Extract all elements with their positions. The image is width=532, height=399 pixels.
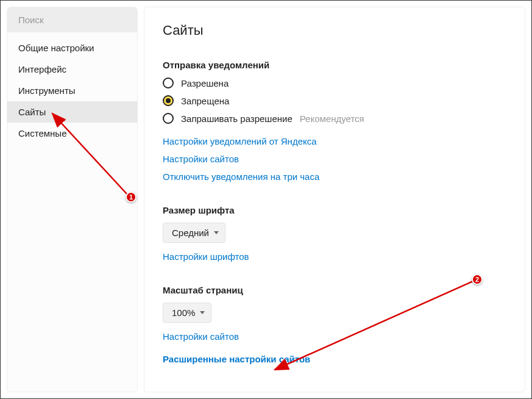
radio-ask[interactable]: Запрашивать разрешение Рекомендуется xyxy=(163,113,506,124)
radio-allowed[interactable]: Разрешена xyxy=(163,77,506,88)
sidebar-item-general[interactable]: Общие настройки xyxy=(7,37,137,59)
zoom-section: Масштаб страниц 100% Настройки сайтов xyxy=(163,285,506,342)
radio-icon xyxy=(163,77,174,88)
zoom-heading: Масштаб страниц xyxy=(163,285,506,295)
main-panel: Сайты Отправка уведомлений Разрешена Зап… xyxy=(144,7,525,392)
chevron-down-icon xyxy=(200,311,205,314)
page-title: Сайты xyxy=(163,23,506,38)
radio-label: Запрещена xyxy=(181,96,229,106)
sidebar-item-tools[interactable]: Инструменты xyxy=(7,80,137,101)
radio-blocked[interactable]: Запрещена xyxy=(163,95,506,106)
link-zoom-site-settings[interactable]: Настройки сайтов xyxy=(163,331,239,342)
sidebar: Поиск Общие настройки Интерфейс Инструме… xyxy=(7,7,138,392)
font-section: Размер шрифта Средний Настройки шрифтов xyxy=(163,205,506,262)
radio-label: Запрашивать разрешение xyxy=(181,113,293,124)
radio-icon xyxy=(163,95,174,106)
link-yandex-notifications[interactable]: Настройки уведомлений от Яндекса xyxy=(163,136,317,146)
radio-hint: Рекомендуется xyxy=(300,113,364,124)
dropdown-value: Средний xyxy=(172,228,209,238)
font-size-dropdown[interactable]: Средний xyxy=(163,223,225,243)
link-site-settings[interactable]: Настройки сайтов xyxy=(163,154,239,164)
link-font-settings[interactable]: Настройки шрифтов xyxy=(163,251,249,262)
notifications-section: Отправка уведомлений Разрешена Запрещена… xyxy=(163,60,506,182)
notifications-heading: Отправка уведомлений xyxy=(163,60,506,70)
search-input[interactable]: Поиск xyxy=(7,7,137,32)
font-heading: Размер шрифта xyxy=(163,205,506,215)
zoom-dropdown[interactable]: 100% xyxy=(163,303,211,323)
sidebar-item-sites[interactable]: Сайты xyxy=(7,101,137,123)
radio-icon xyxy=(163,113,174,124)
radio-label: Разрешена xyxy=(181,78,229,88)
annotation-marker-1: 1 xyxy=(126,192,137,203)
link-advanced-site-settings[interactable]: Расширенные настройки сайтов xyxy=(163,354,310,364)
dropdown-value: 100% xyxy=(172,307,195,318)
sidebar-item-system[interactable]: Системные xyxy=(7,123,137,144)
chevron-down-icon xyxy=(214,231,219,234)
annotation-marker-2: 2 xyxy=(472,274,483,285)
sidebar-item-interface[interactable]: Интерфейс xyxy=(7,59,137,80)
link-disable-3h[interactable]: Отключить уведомления на три часа xyxy=(163,171,319,182)
sidebar-items: Общие настройки Интерфейс Инструменты Са… xyxy=(7,32,137,144)
notifications-radio-group: Разрешена Запрещена Запрашивать разрешен… xyxy=(163,77,506,124)
